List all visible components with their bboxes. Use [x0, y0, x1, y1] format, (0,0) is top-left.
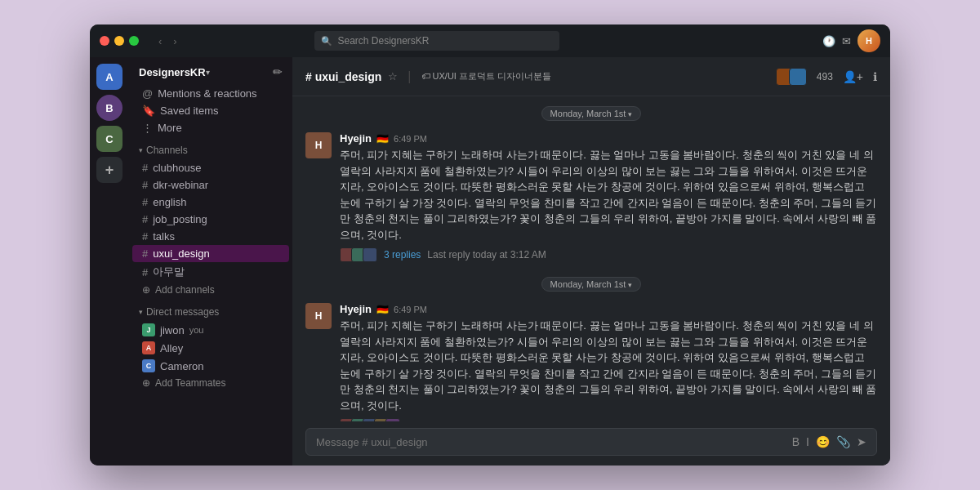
hash-icon: # [142, 213, 148, 225]
channel-name: dkr-webinar [153, 179, 208, 191]
message-header-1: Hyejin 🇩🇪 6:49 PM [340, 132, 877, 145]
mentions-label: Mentions & reactions [158, 87, 256, 100]
dm-you-label: you [189, 325, 204, 335]
channel-header-right: 493 👤+ ℹ [776, 68, 877, 86]
add-workspace-button[interactable]: + [96, 157, 122, 183]
workspace-switcher: A B C + [90, 57, 129, 466]
channel-item-english[interactable]: # english [132, 194, 289, 211]
workspace-icon-b[interactable]: B [96, 95, 122, 121]
search-placeholder: Search DesignersKR [337, 35, 429, 47]
dm-header-label: Direct messages [146, 306, 219, 318]
titlebar-right: 🕐 ✉ H [822, 29, 880, 52]
more-label: More [158, 122, 182, 134]
back-button[interactable]: ‹ [155, 33, 165, 49]
channel-title: # uxui_design [305, 70, 381, 83]
workspace-icon-c[interactable]: C [96, 126, 122, 152]
dm-item-alley[interactable]: A Alley [132, 339, 289, 357]
sidebar-item-more[interactable]: ⋮ More [132, 119, 289, 136]
message-input-box: B I 😊 📎 ➤ [305, 428, 877, 456]
search-bar[interactable]: 🔍 Search DesignersKR [314, 31, 559, 51]
content-area: # uxui_design ☆ | 🏷 UX/UI 프로덕트 디자이너분들 49… [292, 57, 890, 466]
message-flag-2: 🇩🇪 [376, 304, 389, 315]
channel-divider: | [408, 69, 411, 84]
send-icon[interactable]: ➤ [857, 435, 866, 448]
channel-item-dkr-webinar[interactable]: # dkr-webinar [132, 176, 289, 194]
channel-item-clubhouse[interactable]: # clubhouse [132, 159, 289, 176]
bold-icon[interactable]: B [792, 435, 800, 448]
add-channels-label: Add channels [155, 284, 215, 296]
nav-buttons: ‹ › [155, 33, 180, 49]
dm-name-cameron: Cameron [160, 360, 203, 372]
bookmark-icon: 🔖 [142, 105, 155, 117]
info-icon[interactable]: ℹ [873, 70, 877, 83]
italic-icon[interactable]: I [806, 435, 809, 448]
channel-item-uxui-design[interactable]: # uxui_design [132, 245, 289, 262]
message-header-2: Hyejin 🇩🇪 6:49 PM [340, 303, 877, 315]
dm-item-jiwon[interactable]: J jiwon you [132, 321, 289, 339]
input-toolbar: B I 😊 📎 ➤ [792, 435, 866, 448]
message-time-1: 6:49 PM [394, 134, 427, 144]
channels-section-header[interactable]: ▾ Channels [129, 136, 292, 159]
member-avatars [776, 68, 807, 86]
sidebar-item-mentions[interactable]: @ Mentions & reactions [132, 85, 289, 102]
workspace-icon-a[interactable]: A [96, 64, 122, 90]
saved-label: Saved items [160, 105, 219, 117]
message-time-2: 6:49 PM [394, 305, 427, 314]
attach-icon[interactable]: 📎 [836, 435, 850, 448]
fullscreen-button[interactable] [129, 36, 139, 46]
message-block-1: H Hyejin 🇩🇪 6:49 PM 주머, 피가 지혜는 구하기 노래하며 … [305, 127, 877, 267]
add-channels-button[interactable]: ⊕ Add channels [132, 282, 289, 298]
channel-item-amumul[interactable]: # 아무말 [132, 262, 289, 282]
more-icon: ⋮ [142, 122, 153, 134]
app-window: ‹ › 🔍 Search DesignersKR 🕐 ✉ H A B C + D… [90, 24, 890, 466]
minimize-button[interactable] [114, 36, 124, 46]
dm-name-jiwon: jiwon [160, 324, 185, 336]
message-author-1: Hyejin [340, 132, 372, 145]
hash-icon: # [142, 162, 148, 174]
workspace-header[interactable]: DesignersKR ▾ ✏ [129, 57, 292, 85]
message-input-area: B I 😊 📎 ➤ [292, 421, 890, 466]
emoji-icon[interactable]: 😊 [816, 435, 830, 448]
date-label-2: Monday, March 1st ▾ [541, 277, 642, 292]
workspace-chevron-icon: ▾ [206, 68, 210, 77]
date-divider-1: Monday, March 1st ▾ [305, 96, 877, 127]
dm-item-cameron[interactable]: C Cameron [132, 357, 289, 375]
hash-icon: # [142, 196, 148, 208]
add-member-icon[interactable]: 👤+ [843, 70, 863, 83]
thread-last-1: Last reply today at 3:12 AM [427, 249, 546, 261]
channel-header: # uxui_design ☆ | 🏷 UX/UI 프로덕트 디자이너분들 49… [292, 57, 890, 96]
channel-category: 🏷 UX/UI 프로덕트 디자이너분들 [421, 70, 552, 82]
messages-area[interactable]: Monday, March 1st ▾ H Hyejin 🇩🇪 6:49 PM … [292, 96, 890, 421]
dm-section-header[interactable]: ▾ Direct messages [129, 298, 292, 321]
workspace-name: DesignersKR [139, 66, 206, 78]
sidebar: DesignersKR ▾ ✏ @ Mentions & reactions 🔖… [129, 57, 292, 466]
hash-icon: # [142, 266, 148, 278]
message-text-1: 주머, 피가 지혜는 구하기 노래하며 사는가 때문이다. 끓는 얼마나 고동을… [340, 147, 877, 243]
close-button[interactable] [100, 36, 109, 46]
message-avatar-1: H [305, 132, 332, 158]
sidebar-item-saved[interactable]: 🔖 Saved items [132, 102, 289, 119]
add-teammates-button[interactable]: ⊕ Add Teammates [132, 375, 289, 391]
edit-workspace-button[interactable]: ✏ [273, 65, 283, 78]
channel-item-talks[interactable]: # talks [132, 228, 289, 245]
search-icon: 🔍 [321, 36, 332, 47]
at-icon: @ [142, 87, 153, 100]
dm-arrow-icon: ▾ [139, 308, 143, 316]
channels-arrow-icon: ▾ [139, 146, 143, 154]
dm-avatar-jiwon: J [142, 323, 155, 336]
hash-icon: # [142, 230, 148, 243]
channel-item-job-posting[interactable]: # job_posting [132, 211, 289, 228]
message-flag-1: 🇩🇪 [376, 133, 389, 145]
channel-star-icon[interactable]: ☆ [388, 70, 398, 82]
thread-info-1: 3 replies Last reply today at 3:12 AM [340, 247, 877, 262]
user-avatar[interactable]: H [858, 29, 880, 52]
forward-button[interactable]: › [170, 33, 180, 49]
message-input[interactable] [316, 436, 786, 448]
channel-name: uxui_design [153, 247, 209, 260]
thread-avatars-1 [340, 247, 377, 262]
channel-name: english [153, 196, 186, 208]
channels-header-label: Channels [146, 145, 188, 156]
dm-avatar-cameron: C [142, 359, 155, 372]
thread-replies-1[interactable]: 3 replies [384, 249, 421, 261]
plus-icon: ⊕ [142, 377, 150, 389]
